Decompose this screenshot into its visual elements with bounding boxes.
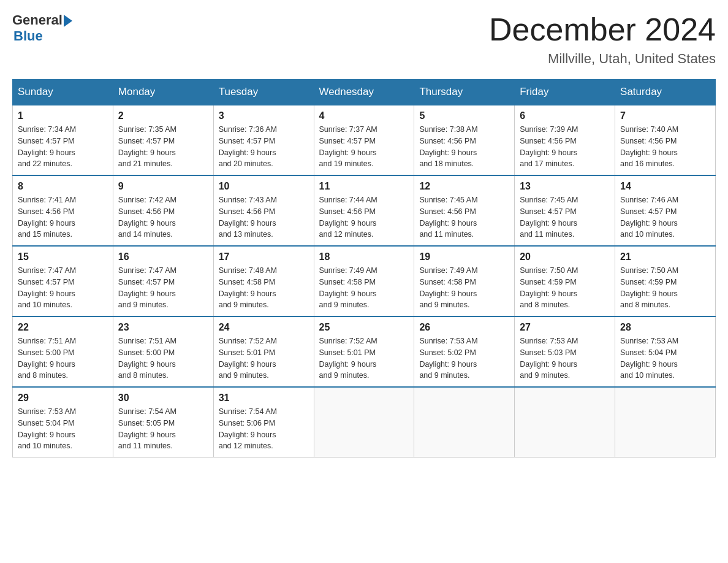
day-number: 28 (620, 322, 710, 333)
day-info: Sunrise: 7:34 AMSunset: 4:57 PMDaylight:… (18, 124, 108, 170)
month-title: December 2024 (489, 12, 716, 47)
calendar-day-cell: 11Sunrise: 7:44 AMSunset: 4:56 PMDayligh… (314, 175, 414, 246)
calendar-day-cell: 15Sunrise: 7:47 AMSunset: 4:57 PMDayligh… (13, 246, 113, 316)
day-info: Sunrise: 7:41 AMSunset: 4:56 PMDaylight:… (18, 194, 108, 240)
day-number: 11 (319, 181, 409, 192)
calendar-header-row: Sunday Monday Tuesday Wednesday Thursday… (13, 80, 716, 105)
day-number: 26 (419, 322, 509, 333)
calendar-day-cell: 1Sunrise: 7:34 AMSunset: 4:57 PMDaylight… (13, 105, 113, 175)
day-info: Sunrise: 7:53 AMSunset: 5:02 PMDaylight:… (419, 335, 509, 381)
day-number: 25 (319, 322, 409, 333)
day-number: 23 (118, 322, 208, 333)
day-number: 30 (118, 393, 208, 404)
header-monday: Monday (113, 80, 213, 105)
calendar-day-cell: 30Sunrise: 7:54 AMSunset: 5:05 PMDayligh… (113, 387, 213, 458)
calendar-day-cell: 12Sunrise: 7:45 AMSunset: 4:56 PMDayligh… (414, 175, 515, 246)
day-info: Sunrise: 7:43 AMSunset: 4:56 PMDaylight:… (219, 194, 309, 240)
day-info: Sunrise: 7:52 AMSunset: 5:01 PMDaylight:… (319, 335, 409, 381)
day-number: 13 (520, 181, 610, 192)
calendar-day-cell: 31Sunrise: 7:54 AMSunset: 5:06 PMDayligh… (213, 387, 314, 458)
calendar-week-row: 15Sunrise: 7:47 AMSunset: 4:57 PMDayligh… (13, 246, 716, 316)
calendar-day-cell: 14Sunrise: 7:46 AMSunset: 4:57 PMDayligh… (615, 175, 716, 246)
day-number: 2 (118, 110, 208, 121)
day-info: Sunrise: 7:50 AMSunset: 4:59 PMDaylight:… (620, 265, 710, 311)
calendar-week-row: 29Sunrise: 7:53 AMSunset: 5:04 PMDayligh… (13, 387, 716, 458)
calendar-day-cell: 8Sunrise: 7:41 AMSunset: 4:56 PMDaylight… (13, 175, 113, 246)
day-info: Sunrise: 7:45 AMSunset: 4:56 PMDaylight:… (419, 194, 509, 240)
calendar-day-cell: 6Sunrise: 7:39 AMSunset: 4:56 PMDaylight… (515, 105, 615, 175)
calendar-day-cell: 22Sunrise: 7:51 AMSunset: 5:00 PMDayligh… (13, 316, 113, 387)
calendar-day-cell: 13Sunrise: 7:45 AMSunset: 4:57 PMDayligh… (515, 175, 615, 246)
logo-general-text: General (12, 12, 63, 28)
day-number: 31 (219, 393, 309, 404)
calendar-week-row: 8Sunrise: 7:41 AMSunset: 4:56 PMDaylight… (13, 175, 716, 246)
day-info: Sunrise: 7:49 AMSunset: 4:58 PMDaylight:… (319, 265, 409, 311)
day-number: 6 (520, 110, 610, 121)
day-info: Sunrise: 7:51 AMSunset: 5:00 PMDaylight:… (118, 335, 208, 381)
day-number: 4 (319, 110, 409, 121)
calendar-day-cell: 17Sunrise: 7:48 AMSunset: 4:58 PMDayligh… (213, 246, 314, 316)
header-sunday: Sunday (13, 80, 113, 105)
day-number: 22 (18, 322, 108, 333)
day-info: Sunrise: 7:42 AMSunset: 4:56 PMDaylight:… (118, 194, 208, 240)
calendar-day-cell: 20Sunrise: 7:50 AMSunset: 4:59 PMDayligh… (515, 246, 615, 316)
title-section: December 2024 Millville, Utah, United St… (489, 12, 716, 67)
day-number: 24 (219, 322, 309, 333)
calendar-day-cell: 2Sunrise: 7:35 AMSunset: 4:57 PMDaylight… (113, 105, 213, 175)
day-info: Sunrise: 7:47 AMSunset: 4:57 PMDaylight:… (18, 265, 108, 311)
page-header: General Blue December 2024 Millville, Ut… (12, 12, 716, 67)
day-number: 12 (419, 181, 509, 192)
day-number: 16 (118, 251, 208, 262)
day-info: Sunrise: 7:46 AMSunset: 4:57 PMDaylight:… (620, 194, 710, 240)
calendar-day-cell: 26Sunrise: 7:53 AMSunset: 5:02 PMDayligh… (414, 316, 515, 387)
header-thursday: Thursday (414, 80, 515, 105)
day-info: Sunrise: 7:54 AMSunset: 5:05 PMDaylight:… (118, 406, 208, 452)
day-info: Sunrise: 7:38 AMSunset: 4:56 PMDaylight:… (419, 124, 509, 170)
calendar-day-cell: 19Sunrise: 7:49 AMSunset: 4:58 PMDayligh… (414, 246, 515, 316)
day-info: Sunrise: 7:54 AMSunset: 5:06 PMDaylight:… (219, 406, 309, 452)
day-info: Sunrise: 7:52 AMSunset: 5:01 PMDaylight:… (219, 335, 309, 381)
header-saturday: Saturday (615, 80, 716, 105)
day-info: Sunrise: 7:37 AMSunset: 4:57 PMDaylight:… (319, 124, 409, 170)
calendar-day-cell (314, 387, 414, 458)
calendar-day-cell (615, 387, 716, 458)
day-info: Sunrise: 7:36 AMSunset: 4:57 PMDaylight:… (219, 124, 309, 170)
day-number: 19 (419, 251, 509, 262)
day-info: Sunrise: 7:45 AMSunset: 4:57 PMDaylight:… (520, 194, 610, 240)
day-info: Sunrise: 7:47 AMSunset: 4:57 PMDaylight:… (118, 265, 208, 311)
day-number: 21 (620, 251, 710, 262)
day-info: Sunrise: 7:40 AMSunset: 4:56 PMDaylight:… (620, 124, 710, 170)
calendar-day-cell: 29Sunrise: 7:53 AMSunset: 5:04 PMDayligh… (13, 387, 113, 458)
day-number: 27 (520, 322, 610, 333)
day-number: 5 (419, 110, 509, 121)
location: Millville, Utah, United States (489, 51, 716, 67)
calendar-day-cell: 10Sunrise: 7:43 AMSunset: 4:56 PMDayligh… (213, 175, 314, 246)
day-info: Sunrise: 7:44 AMSunset: 4:56 PMDaylight:… (319, 194, 409, 240)
day-number: 10 (219, 181, 309, 192)
calendar-day-cell: 18Sunrise: 7:49 AMSunset: 4:58 PMDayligh… (314, 246, 414, 316)
calendar-week-row: 1Sunrise: 7:34 AMSunset: 4:57 PMDaylight… (13, 105, 716, 175)
header-tuesday: Tuesday (213, 80, 314, 105)
calendar-day-cell: 25Sunrise: 7:52 AMSunset: 5:01 PMDayligh… (314, 316, 414, 387)
day-number: 15 (18, 251, 108, 262)
day-number: 7 (620, 110, 710, 121)
day-info: Sunrise: 7:49 AMSunset: 4:58 PMDaylight:… (419, 265, 509, 311)
logo-blue-text: Blue (13, 28, 43, 44)
calendar-day-cell: 23Sunrise: 7:51 AMSunset: 5:00 PMDayligh… (113, 316, 213, 387)
calendar-day-cell (515, 387, 615, 458)
day-number: 18 (319, 251, 409, 262)
calendar-day-cell: 9Sunrise: 7:42 AMSunset: 4:56 PMDaylight… (113, 175, 213, 246)
calendar-day-cell: 27Sunrise: 7:53 AMSunset: 5:03 PMDayligh… (515, 316, 615, 387)
day-number: 1 (18, 110, 108, 121)
calendar-day-cell: 16Sunrise: 7:47 AMSunset: 4:57 PMDayligh… (113, 246, 213, 316)
day-info: Sunrise: 7:48 AMSunset: 4:58 PMDaylight:… (219, 265, 309, 311)
calendar-day-cell: 5Sunrise: 7:38 AMSunset: 4:56 PMDaylight… (414, 105, 515, 175)
day-number: 9 (118, 181, 208, 192)
logo-arrow-icon (64, 15, 72, 27)
calendar-day-cell: 4Sunrise: 7:37 AMSunset: 4:57 PMDaylight… (314, 105, 414, 175)
day-info: Sunrise: 7:53 AMSunset: 5:04 PMDaylight:… (18, 406, 108, 452)
calendar-week-row: 22Sunrise: 7:51 AMSunset: 5:00 PMDayligh… (13, 316, 716, 387)
day-number: 20 (520, 251, 610, 262)
day-number: 14 (620, 181, 710, 192)
day-info: Sunrise: 7:39 AMSunset: 4:56 PMDaylight:… (520, 124, 610, 170)
